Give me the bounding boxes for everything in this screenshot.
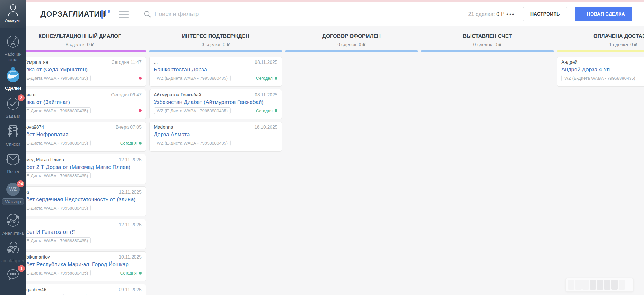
sidebar-item-label: Wazzup [2,198,24,205]
deal-source-tag: Е-Диета WABA - 79958880435) [26,107,91,114]
minimap-segment [590,280,596,290]
column-underline [421,50,554,52]
minimap-segment [575,280,582,290]
deal-title-link[interactable]: бет Нефропатия [26,131,142,138]
sidebar-item-аналитика[interactable]: Аналитика [0,213,26,236]
search-icon [144,10,151,18]
deal-card[interactable]: ova9874Вчера 07:05бет НефропатияЕ-Диета … [14,122,146,152]
dashboard-gauge-icon [6,35,20,48]
deal-source-tag: Е-Диета WABA - 79958880435) [26,237,91,244]
green-dot-icon [139,142,142,145]
deal-status-label: Сегодня [256,76,273,81]
column-underline [285,50,418,52]
pink-dot-icon [139,77,142,80]
column-header: ИНТЕРЕС ПОДТВЕРЖДЕН3 сделки: 0 ₽ [149,26,282,47]
sidebar-item-label: amoМаркет▼ [0,258,26,263]
chevron-down-icon[interactable]: ▼ [11,258,15,263]
column-count: 1 сделка: 0 ₽ [557,42,644,47]
deal-title-link[interactable]: бет сердечная Недостаточность от (элина) [26,196,142,203]
deal-status-label: Сегодня [256,108,273,113]
deal-date: 08.11.2025 [255,92,277,98]
deal-card[interactable]: УмршатянСегодня 11:47вка от (Седа Умршат… [14,57,146,87]
minimap-segment [604,280,610,290]
column-underline [149,50,282,52]
sidebar-item-label: Задачи [0,113,26,119]
pipeline-view-toggle-icon[interactable] [101,10,113,20]
more-menu-button[interactable]: ••• [506,11,515,18]
analytics-graph-icon [6,213,20,227]
deal-title-link[interactable]: ская Обл Диабет И Фиброз от (morgach... [26,294,142,295]
deal-card[interactable]: Madonna18.10.2025Дорза АлматаWZ (Е-Диета… [149,122,282,152]
deal-card[interactable]: bikumaritov10.11.2025бет Республика Мари… [14,251,146,281]
deal-contact-name: bikumaritov [26,255,50,260]
deal-title-link[interactable]: бет И Гепатоз от (Я [26,229,142,235]
search-input[interactable] [154,8,458,20]
sidebar-item-label: Сделки [0,85,26,91]
deal-date: Сегодня 11:47 [111,60,142,65]
deal-title-link[interactable]: бет 2 Т Дорза от (Магомед Магас Плиев) [26,164,142,170]
sidebar-item-wazzup[interactable]: WZ24Wazzup [0,183,26,205]
new-deal-button[interactable]: + НОВАЯ СДЕЛКА [575,7,632,21]
deal-card[interactable]: инатСегодня 09:47вка от (Зайгинат)Е-Диет… [14,89,146,119]
minimap-segment [597,280,603,290]
deal-source-tag: Е-Диета WABA - 79958880435) [26,205,91,211]
minimap-segment [611,280,618,290]
deal-status-label: Сегодня [120,141,137,145]
check-circle-icon: 2 [6,97,20,111]
deal-card[interactable]: 12.11.2025бет И Гепатоз от (ЯЕ-Диета WAB… [14,219,146,249]
deal-title-link[interactable]: вка от (Зайгинат) [26,99,142,105]
deal-contact-name: Андрей [561,60,578,65]
deal-source-tag: WZ (Е-Диета WABA - 79958880435) [154,140,231,146]
deal-card[interactable]: ...08.11.2025Башкортостан ДорзаWZ (Е-Дие… [149,57,282,87]
sidebar-item-почта[interactable]: Почта [0,152,26,174]
deal-card[interactable]: gachev4609.11.2025ская Обл Диабет И Фибр… [14,284,146,295]
deal-card[interactable]: АндрейАндрей Дорза 4 УпWZ (Е-Диета WABA … [557,57,644,87]
deal-title-link[interactable]: вка от (Седа Умршатян) [26,66,142,73]
header-divider [134,2,134,26]
lists-clipboard-icon [6,124,20,139]
deal-card[interactable]: а12.11.2025бет сердечная Недостаточность… [14,186,146,216]
sidebar-item-chat[interactable]: 1 [0,267,26,283]
deal-date: 10.11.2025 [119,255,142,260]
setup-button[interactable]: НАСТРОИТЬ [523,7,567,21]
deal-card[interactable]: мед Магас Плиев12.11.2025бет 2 Т Дорза о… [14,154,146,184]
sidebar-item-рабочий стол[interactable]: Рабочий стол [0,35,26,62]
pink-dot-icon [139,109,142,112]
deal-status: Сегодня [256,76,278,81]
deal-source-tag: WZ (Е-Диета WABA - 79958880435) [561,75,638,81]
deal-source-tag: Е-Диета WABA - 79958880435) [26,140,91,146]
header: ДОРЗАГЛИАТИН 21 сделка: 0 ₽ ••• НАСТРОИТ… [26,2,644,26]
deal-card[interactable]: Айтмуратов Генжебай08.11.2025Узбекистан … [149,89,282,119]
green-dot-icon [275,77,277,80]
deal-status-label: Сегодня [120,270,137,275]
column-underline [13,50,146,52]
green-dot-icon [139,272,142,275]
deal-title-link[interactable]: Узбекистан Диабет (Айтмуратов Генжебай) [154,99,277,105]
minimap-segment [568,280,574,290]
deal-date: 12.11.2025 [119,157,142,163]
deal-date: 12.11.2025 [119,222,142,227]
column-underline [557,50,644,52]
column-header: ОПЛАЧЕНА ДОСТАВКА1 сделка: 0 ₽ [557,26,644,47]
minimap-segment [619,280,625,290]
deal-title-link[interactable]: Андрей Дорза 4 Уп [561,66,644,73]
deal-title-link[interactable]: Башкортостан Дорза [154,66,277,73]
deal-status: Сегодня [120,141,142,145]
deal-date: 18.10.2025 [254,125,277,130]
deal-title-link[interactable]: бет Республика Мари-эл. Город Йошкар... [26,261,142,268]
column-title: ОПЛАЧЕНА ДОСТАВКА [557,33,644,39]
list-view-toggle-icon[interactable] [119,11,129,20]
deal-source-tag: Е-Диета WABA - 79958880435) [26,172,91,179]
sidebar-item-amoмаркет[interactable]: amoМаркет▼ [0,241,26,263]
sidebar-item-account[interactable]: Аккаунт [0,0,26,28]
board-scroll-minimap[interactable] [565,278,634,292]
sidebar-item-задачи[interactable]: 2Задачи [0,97,26,119]
deal-title-link[interactable]: Дорза Алмата [154,131,277,138]
sidebar-item-списки[interactable]: Списки [0,124,26,147]
column-count: 0 сделок: 0 ₽ [421,42,554,47]
sidebar-item-сделки[interactable]: Сделки [0,67,26,91]
deal-source-tag: WZ (Е-Диета WABA - 79958880435) [154,107,231,114]
deal-source-tag: Е-Диета WABA - 79958880435) [26,75,91,81]
deal-contact-name: инат [26,92,36,98]
deal-date: Сегодня 09:47 [111,92,142,98]
